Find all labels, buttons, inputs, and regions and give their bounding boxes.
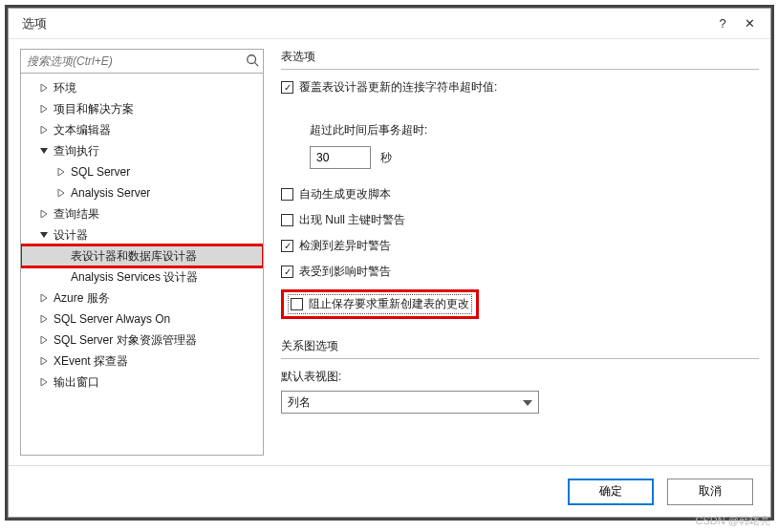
chevron-down-icon (38, 229, 50, 241)
tree-item-text-editor[interactable]: 文本编辑器 (21, 119, 263, 140)
chevron-right-icon (38, 124, 50, 136)
tree-label: 环境 (54, 80, 76, 96)
dialog-title: 选项 (16, 15, 709, 32)
tree-item-alwayson[interactable]: SQL Server Always On (21, 309, 263, 330)
tree-item-projects[interactable]: 项目和解决方案 (21, 98, 263, 119)
null-pk-row: 出现 Null 主键时警告 (281, 212, 759, 228)
tree-label: Azure 服务 (54, 290, 110, 307)
tree-label: 查询结果 (54, 206, 99, 223)
timeout-input[interactable] (310, 146, 371, 169)
affected-warn-row: 表受到影响时警告 (281, 264, 759, 280)
tree-item-xevent[interactable]: XEvent 探查器 (21, 351, 263, 372)
default-view-value: 列名 (288, 394, 311, 411)
auto-script-checkbox[interactable] (281, 188, 293, 201)
tree-item-analysis-designer[interactable]: Analysis Services 设计器 (21, 266, 263, 287)
tree-label: 输出窗口 (54, 374, 99, 391)
chevron-right-icon (38, 103, 50, 115)
titlebar: 选项 ? ✕ (9, 9, 770, 39)
diff-warn-row: 检测到差异时警告 (281, 238, 759, 254)
tree-item-query-result[interactable]: 查询结果 (21, 203, 263, 224)
chevron-right-icon (38, 355, 50, 367)
tree-item-sql-server[interactable]: SQL Server (21, 161, 263, 182)
tree-item-designer[interactable]: 设计器 (21, 224, 263, 245)
tree-item-query-exec[interactable]: 查询执行 (21, 140, 263, 161)
prevent-save-label: 阻止保存要求重新创建表的更改 (309, 296, 469, 312)
tree-item-environment[interactable]: 环境 (21, 77, 263, 98)
null-pk-checkbox[interactable] (281, 214, 293, 226)
tree-label: Analysis Server (71, 186, 150, 200)
search-box[interactable] (20, 49, 264, 74)
tree-label: SQL Server Always On (54, 312, 170, 326)
chevron-right-icon (55, 187, 67, 199)
tree-label: XEvent 探查器 (54, 353, 128, 370)
default-view-label: 默认表视图: (281, 369, 759, 385)
tree-item-object-explorer[interactable]: SQL Server 对象资源管理器 (21, 330, 263, 351)
chevron-right-icon (38, 292, 50, 304)
timeout-label: 超过此时间后事务超时: (310, 122, 759, 138)
auto-script-row: 自动生成更改脚本 (281, 186, 759, 202)
ok-button[interactable]: 确定 (568, 479, 654, 505)
tree-label: 文本编辑器 (54, 122, 111, 138)
tree-label: Analysis Services 设计器 (71, 269, 198, 286)
help-button[interactable]: ? (709, 11, 736, 37)
prevent-save-highlight: 阻止保存要求重新创建表的更改 (281, 289, 479, 319)
tree-label: 查询执行 (54, 143, 99, 160)
options-dialog: 选项 ? ✕ 环境 项目和解决方案 文本编辑器 查询执行 SQL Server … (8, 8, 771, 518)
tree-item-output[interactable]: 输出窗口 (21, 372, 263, 393)
divider (281, 69, 759, 70)
affected-warn-checkbox[interactable] (281, 266, 293, 278)
tree-item-analysis-server[interactable]: Analysis Server (21, 182, 263, 203)
svg-line-1 (255, 62, 259, 66)
dialog-footer: 确定 取消 (9, 465, 770, 517)
cancel-button[interactable]: 取消 (667, 479, 753, 505)
prevent-save-checkbox[interactable] (291, 298, 303, 310)
tree-label: SQL Server (71, 165, 130, 179)
svg-point-0 (248, 54, 256, 63)
chevron-right-icon (38, 376, 50, 388)
chevron-right-icon (38, 208, 50, 220)
diff-warn-checkbox[interactable] (281, 240, 293, 252)
search-icon[interactable] (242, 53, 263, 70)
chevron-down-icon (38, 145, 50, 157)
tree-label: 项目和解决方案 (54, 101, 134, 117)
tree-label: SQL Server 对象资源管理器 (54, 332, 197, 349)
tree-item-table-designer[interactable]: 表设计器和数据库设计器 (21, 245, 263, 266)
options-tree: 环境 项目和解决方案 文本编辑器 查询执行 SQL Server Analysi… (20, 74, 264, 456)
override-timeout-row: 覆盖表设计器更新的连接字符串超时值: (281, 79, 759, 96)
null-pk-label: 出现 Null 主键时警告 (299, 212, 405, 228)
chevron-right-icon (38, 82, 50, 94)
chevron-right-icon (55, 166, 67, 178)
affected-warn-label: 表受到影响时警告 (299, 264, 391, 280)
tree-label: 表设计器和数据库设计器 (71, 248, 197, 265)
diff-warn-label: 检测到差异时警告 (299, 238, 391, 254)
table-options-group-title: 表选项 (281, 49, 759, 65)
watermark: CSDN @韩曙亮 (696, 514, 770, 528)
tree-label: 设计器 (54, 227, 88, 244)
chevron-right-icon (38, 313, 50, 325)
seconds-label: 秒 (380, 150, 392, 166)
diagram-options-group-title: 关系图选项 (281, 338, 759, 354)
auto-script-label: 自动生成更改脚本 (299, 186, 391, 202)
chevron-right-icon (38, 334, 50, 346)
chevron-down-icon (523, 395, 532, 409)
override-timeout-label: 覆盖表设计器更新的连接字符串超时值: (299, 79, 497, 96)
close-button[interactable]: ✕ (736, 11, 763, 37)
override-timeout-checkbox[interactable] (281, 81, 293, 94)
tree-item-azure[interactable]: Azure 服务 (21, 287, 263, 309)
search-input[interactable] (21, 54, 242, 68)
divider (281, 358, 759, 359)
default-view-select[interactable]: 列名 (281, 391, 539, 414)
